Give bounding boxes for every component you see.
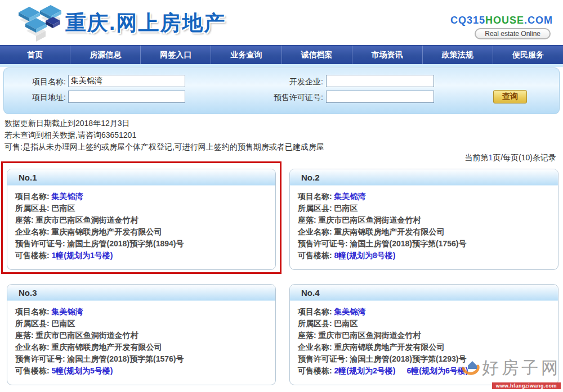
license-label: 预售许可证号: [15, 354, 65, 363]
buildings-label: 可售楼栋: [15, 251, 50, 260]
location-label: 座落: [15, 331, 34, 340]
card-3-body: 项目名称: 集美锦湾 所属区县: 巴南区 座落: 重庆市巴南区鱼洞街道金竹村 企… [7, 301, 275, 377]
location-label: 座落: [298, 215, 316, 224]
notice-definition: 可售:是指从未办理网上签约或房屋个体产权登记,可进行网上签约的预售期房或者已建成… [5, 142, 324, 152]
building-link[interactable]: 1幢(规划为1号楼) [52, 251, 113, 260]
card-2-body: 项目名称: 集美锦湾 所属区县: 巴南区 座落: 重庆市巴南区鱼洞街道金竹村 企… [290, 186, 558, 262]
district-value: 巴南区 [334, 319, 358, 328]
brand-part-house: HOUSE [485, 15, 524, 26]
license-label: 预售许可证号: [298, 239, 348, 248]
site-header: 重庆.网上房地产 CQ315HOUSE.COM Real estate Onli… [0, 0, 563, 45]
location-label: 座落: [15, 215, 34, 224]
building-link[interactable]: 5幢(规划为5号楼) [52, 366, 113, 375]
card-2-header: No.2 [290, 169, 558, 186]
project-name-input[interactable] [68, 75, 185, 87]
location-value: 重庆市巴南区鱼洞街道金竹村 [319, 331, 421, 340]
location-value: 重庆市巴南区鱼洞街道金竹村 [36, 215, 138, 224]
district-value: 巴南区 [52, 319, 75, 328]
card-4-number: No.4 [301, 288, 320, 298]
district-value: 巴南区 [334, 204, 358, 213]
license-value: 渝国土房管(2018)预字第(1576)号 [68, 354, 184, 363]
watermark-logo-icon [461, 358, 482, 379]
pagination-suffix: 页/每页(10)条记录 [493, 153, 556, 162]
watermark: 好房子网 www.hfangziwang.com [462, 357, 561, 390]
pagination-info: 当前第1页/每页(10)条记录 [464, 153, 556, 163]
project-label: 项目名称: [15, 192, 50, 201]
project-name-link[interactable]: 集美锦湾 [52, 192, 83, 201]
brand-part-com: .COM [524, 15, 553, 26]
nav-item-market-news[interactable]: 市场资讯 [352, 46, 423, 64]
card-2-number: No.2 [301, 173, 320, 182]
location-value: 重庆市巴南区鱼洞街道金竹村 [36, 331, 138, 340]
company-value: 重庆南锦联房地产开发有限公司 [52, 343, 162, 352]
site-title: 重庆.网上房地产 [65, 9, 226, 37]
company-label: 企业名称: [298, 343, 332, 352]
project-name-link[interactable]: 集美锦湾 [334, 307, 366, 316]
project-label: 项目名称: [15, 307, 50, 316]
buildings-label: 可售楼栋: [298, 366, 332, 375]
license-value: 渝国土房管(2018)预字第(1894)号 [68, 239, 184, 248]
district-label: 所属区县: [15, 204, 50, 213]
card-4-header: No.4 [290, 285, 558, 301]
search-panel: 项目名称: 项目地址: 开发企业: 预售许可证号: 查询 [3, 67, 560, 114]
district-label: 所属区县: [298, 319, 332, 328]
project-label: 项目名称: [298, 192, 332, 201]
query-button[interactable]: 查询 [493, 90, 527, 103]
nav-item-business-query[interactable]: 业务查询 [211, 46, 282, 64]
location-label: 座落: [298, 331, 316, 340]
license-value: 渝国土房管(2018)预字第(1293)号 [350, 354, 467, 363]
license-value: 渝国土房管(2018)预字第(1756)号 [350, 239, 467, 248]
company-label: 企业名称: [15, 343, 50, 352]
project-card-3: No.3 项目名称: 集美锦湾 所属区县: 巴南区 座落: 重庆市巴南区鱼洞街道… [7, 284, 276, 385]
project-card-2: No.2 项目名称: 集美锦湾 所属区县: 巴南区 座落: 重庆市巴南区鱼洞街道… [289, 169, 558, 270]
main-nav: 首页 房源信息 网签入口 业务查询 诚信档案 市场资讯 政策法规 便民服务 [0, 45, 563, 64]
brand-domain: CQ315HOUSE.COM [450, 15, 553, 26]
nav-item-public-services[interactable]: 便民服务 [493, 46, 563, 64]
company-value: 重庆南锦联房地产开发有限公司 [52, 227, 162, 236]
building-link[interactable]: 8幢(规划为8号楼) [334, 251, 396, 260]
building-link[interactable]: 2幢(规划为2号楼) [334, 366, 396, 375]
notice-contact: 若未查询到相关数据,请咨询63651201 [5, 130, 136, 141]
brand-tagline: Real estate Online [475, 28, 551, 39]
buildings-label: 可售楼栋: [298, 251, 332, 260]
nav-item-listings[interactable]: 房源信息 [70, 46, 141, 64]
pagination-prefix: 当前第 [464, 153, 488, 162]
project-name-link[interactable]: 集美锦湾 [52, 307, 83, 316]
building-link-2[interactable]: 6幢(规划为6号楼) [406, 366, 468, 375]
company-label: 企业名称: [15, 227, 50, 236]
notice-update-date: 数据更新日期截止到2018年12月3日 [5, 119, 130, 129]
site-logo-icon [12, 2, 66, 45]
card-3-number: No.3 [19, 288, 37, 298]
card-1-body: 项目名称: 集美锦湾 所属区县: 巴南区 座落: 重庆市巴南区鱼洞街道金竹村 企… [7, 186, 275, 262]
district-value: 巴南区 [52, 204, 75, 213]
company-value: 重庆南锦联房地产开发有限公司 [334, 227, 445, 236]
district-label: 所属区县: [15, 319, 50, 328]
card-1-header: No.1 [7, 169, 275, 186]
nav-item-policies[interactable]: 政策法规 [423, 46, 493, 64]
license-no-label: 预售许可证号: [260, 93, 323, 103]
card-1-number: No.1 [19, 173, 37, 182]
project-address-input[interactable] [68, 91, 185, 103]
license-label: 预售许可证号: [15, 239, 65, 248]
buildings-label: 可售楼栋: [15, 366, 50, 375]
district-label: 所属区县: [298, 204, 332, 213]
company-label: 企业名称: [298, 227, 332, 236]
developer-label: 开发企业: [260, 77, 323, 87]
license-no-input[interactable] [326, 91, 434, 103]
nav-item-home[interactable]: 首页 [0, 46, 70, 64]
brand-part-cq315: CQ315 [450, 15, 485, 26]
project-card-1: No.1 项目名称: 集美锦湾 所属区县: 巴南区 座落: 重庆市巴南区鱼洞街道… [7, 169, 276, 270]
card-3-header: No.3 [7, 285, 275, 301]
watermark-site-name: 好房子网 [482, 357, 561, 380]
nav-underline [0, 64, 563, 67]
company-value: 重庆南锦联房地产开发有限公司 [334, 343, 445, 352]
nav-item-online-signing[interactable]: 网签入口 [141, 46, 211, 64]
location-value: 重庆市巴南区鱼洞街道金竹村 [319, 215, 421, 224]
nav-item-credit-files[interactable]: 诚信档案 [282, 46, 352, 64]
project-name-label: 项目名称: [20, 77, 66, 87]
project-label: 项目名称: [298, 307, 332, 316]
license-label: 预售许可证号: [298, 354, 348, 363]
watermark-url: www.hfangziwang.com [492, 382, 561, 389]
project-name-link[interactable]: 集美锦湾 [334, 192, 366, 201]
developer-input[interactable] [326, 75, 434, 87]
